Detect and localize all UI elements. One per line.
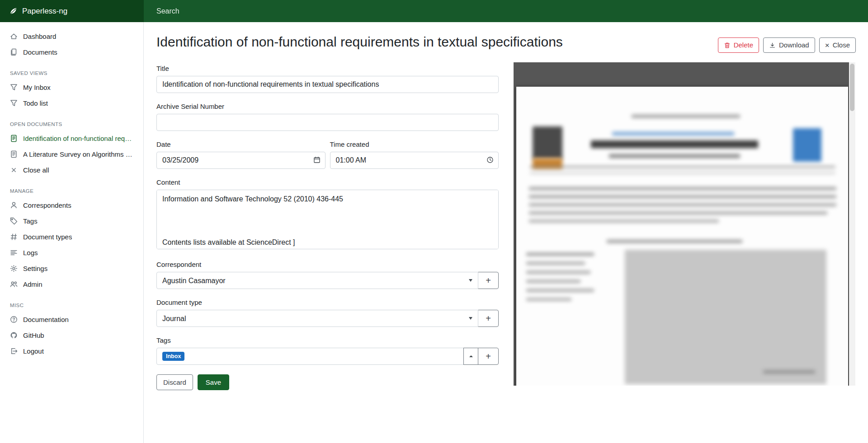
sidebar-item-dashboard[interactable]: Dashboard bbox=[0, 28, 143, 44]
tags-dropdown-toggle-button[interactable] bbox=[463, 348, 478, 365]
pdf-blur-line bbox=[612, 132, 734, 135]
sidebar-item-document-types[interactable]: Document types bbox=[0, 229, 143, 245]
sidebar-item-logout[interactable]: Logout bbox=[0, 343, 143, 359]
sidebar-item-label: Admin bbox=[23, 280, 42, 288]
sidebar-item-close-all[interactable]: Close all bbox=[0, 162, 143, 178]
question-circle-icon bbox=[10, 316, 18, 323]
sidebar-item-admin[interactable]: Admin bbox=[0, 276, 143, 292]
sidebar-item-logs[interactable]: Logs bbox=[0, 245, 143, 261]
date-field-group: Date bbox=[156, 140, 326, 169]
asn-label: Archive Serial Number bbox=[156, 103, 499, 110]
sidebar: Dashboard Documents SAVED VIEWS My Inbox… bbox=[0, 22, 144, 443]
sidebar-item-documents[interactable]: Documents bbox=[0, 44, 143, 60]
delete-button[interactable]: Delete bbox=[718, 37, 759, 53]
gear-icon bbox=[10, 265, 18, 272]
logout-icon bbox=[10, 347, 18, 355]
pdf-blur-line bbox=[607, 240, 742, 243]
add-correspondent-button[interactable]: + bbox=[478, 272, 499, 289]
page-title: Identification of non-functional require… bbox=[156, 34, 563, 50]
list-icon bbox=[10, 249, 18, 256]
github-icon bbox=[10, 331, 18, 339]
download-button[interactable]: Download bbox=[763, 37, 815, 53]
files-icon bbox=[10, 48, 18, 56]
close-icon bbox=[10, 166, 18, 174]
sidebar-item-label: Dashboard bbox=[23, 33, 56, 40]
pdf-blur-line bbox=[526, 289, 594, 292]
file-text-icon bbox=[10, 135, 18, 142]
document-edit-form: Title Archive Serial Number Date Time cr… bbox=[156, 65, 499, 404]
add-tag-button[interactable]: + bbox=[478, 348, 499, 365]
topbar: Paperless-ng bbox=[0, 0, 868, 22]
pdf-blur-line bbox=[529, 195, 836, 198]
close-button[interactable]: × Close bbox=[819, 37, 856, 53]
time-created-input[interactable] bbox=[330, 152, 499, 169]
download-button-label: Download bbox=[779, 41, 809, 49]
pdf-rule bbox=[530, 166, 835, 168]
discard-button[interactable]: Discard bbox=[156, 374, 193, 390]
content-label: Content bbox=[156, 178, 499, 186]
app-brand[interactable]: Paperless-ng bbox=[0, 0, 144, 22]
sidebar-item-settings[interactable]: Settings bbox=[0, 261, 143, 276]
sidebar-item-label: Todo list bbox=[23, 99, 48, 107]
sidebar-item-correspondents[interactable]: Correspondents bbox=[0, 197, 143, 213]
sidebar-item-label: Logout bbox=[23, 347, 44, 355]
sidebar-item-label: GitHub bbox=[23, 331, 44, 339]
pdf-preview-pane[interactable] bbox=[514, 62, 855, 386]
add-document-type-button[interactable]: + bbox=[478, 310, 499, 327]
close-button-label: Close bbox=[833, 41, 850, 49]
date-input[interactable] bbox=[156, 152, 326, 169]
correspondent-select[interactable]: Agustin Casamayor bbox=[156, 272, 478, 289]
pdf-blur-line bbox=[609, 154, 740, 158]
content-textarea[interactable]: Information and Software Technology 52 (… bbox=[156, 190, 499, 249]
search-bar bbox=[144, 0, 868, 22]
time-created-label: Time created bbox=[330, 140, 499, 148]
sidebar-open-document-1[interactable]: Identification of non-functional require… bbox=[0, 131, 143, 146]
sidebar-item-label: My Inbox bbox=[23, 84, 51, 91]
sidebar-section-saved-views: SAVED VIEWS bbox=[0, 60, 143, 79]
tag-icon bbox=[10, 217, 18, 225]
sidebar-item-tags[interactable]: Tags bbox=[0, 213, 143, 229]
preview-scrollbar[interactable] bbox=[849, 62, 855, 386]
sidebar-item-github[interactable]: GitHub bbox=[0, 327, 143, 343]
title-label: Title bbox=[156, 65, 499, 72]
caret-up-icon bbox=[469, 354, 473, 359]
sidebar-item-label: Settings bbox=[23, 265, 47, 272]
funnel-icon bbox=[10, 84, 18, 91]
preview-scrollbar-thumb[interactable] bbox=[850, 64, 854, 111]
correspondent-label: Correspondent bbox=[156, 261, 499, 268]
sidebar-item-label: A Literature Survey on Algorithms for Mu… bbox=[23, 150, 133, 158]
pdf-blur-title-line bbox=[591, 140, 758, 148]
title-field-group: Title bbox=[156, 65, 499, 93]
page-header: Identification of non-functional require… bbox=[156, 34, 856, 53]
title-input[interactable] bbox=[156, 76, 499, 93]
pdf-blur-line bbox=[529, 203, 836, 206]
sidebar-item-label: Tags bbox=[23, 217, 38, 225]
file-text-icon bbox=[10, 150, 18, 158]
sidebar-section-manage: MANAGE bbox=[0, 178, 143, 197]
sidebar-item-documentation[interactable]: Documentation bbox=[0, 312, 143, 327]
pdf-blur-line bbox=[526, 253, 594, 256]
funnel-icon bbox=[10, 99, 18, 107]
correspondent-field-group: Correspondent Agustin Casamayor + bbox=[156, 261, 499, 289]
person-icon bbox=[10, 201, 18, 209]
pdf-blur-line bbox=[632, 115, 740, 118]
pdf-page bbox=[516, 87, 848, 386]
pdf-blur-line bbox=[526, 298, 571, 301]
tag-badge-inbox[interactable]: Inbox bbox=[162, 352, 184, 361]
asn-input[interactable] bbox=[156, 114, 499, 131]
content-field-group: Content Information and Software Technol… bbox=[156, 178, 499, 251]
leaf-logo-icon bbox=[9, 7, 18, 15]
search-input[interactable] bbox=[156, 7, 583, 15]
house-icon bbox=[10, 33, 18, 40]
sidebar-item-my-inbox[interactable]: My Inbox bbox=[0, 79, 143, 95]
tags-input[interactable]: Inbox bbox=[156, 348, 464, 365]
document-type-select[interactable]: Journal bbox=[156, 310, 478, 327]
date-time-row: Date Time created bbox=[156, 140, 499, 178]
pdf-abstract-block bbox=[625, 250, 826, 384]
tags-label: Tags bbox=[156, 336, 499, 344]
people-icon bbox=[10, 280, 18, 288]
sidebar-item-todo-list[interactable]: Todo list bbox=[0, 95, 143, 111]
save-button[interactable]: Save bbox=[198, 374, 229, 390]
sidebar-open-document-2[interactable]: A Literature Survey on Algorithms for Mu… bbox=[0, 146, 143, 162]
sidebar-item-label: Close all bbox=[23, 166, 49, 174]
